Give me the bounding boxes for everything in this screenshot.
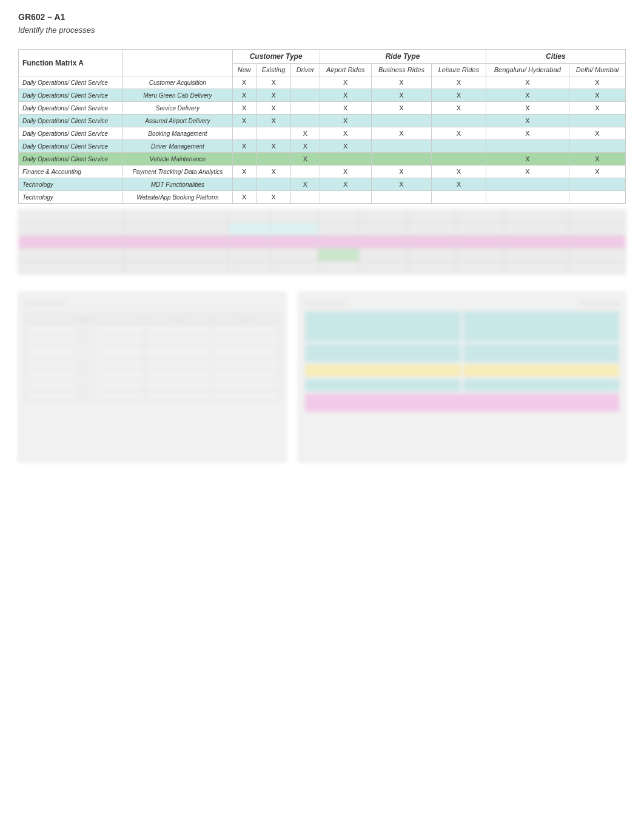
row-category: Daily Operations/ Client Service <box>19 140 123 153</box>
row-function: Driver Management <box>123 140 233 153</box>
cell-airport_rides: X <box>320 127 371 140</box>
cell-leisure_rides <box>432 140 486 153</box>
cell-airport_rides <box>320 191 371 204</box>
cell-bengaluru_hyderabad <box>486 140 569 153</box>
cell-business_rides: X <box>371 76 431 89</box>
cell-business_rides: X <box>371 178 431 191</box>
cell-leisure_rides: X <box>432 166 486 178</box>
cell-delhi_mumbai: X <box>569 102 625 115</box>
col-airport-rides: Airport Rides <box>320 64 371 76</box>
cell-driver <box>291 89 320 102</box>
col-leisure-rides: Leisure Rides <box>432 64 486 76</box>
cell-leisure_rides: X <box>432 127 486 140</box>
cell-bengaluru_hyderabad <box>486 178 569 191</box>
cell-existing <box>256 178 291 191</box>
page-title: GR602 – A1 <box>18 12 626 22</box>
bottom-right-content: xxxxxxxxxx xxxxxxxxxx <box>298 292 626 462</box>
cell-business_rides <box>371 115 431 127</box>
cell-existing: X <box>256 102 291 115</box>
cell-airport_rides: X <box>320 89 371 102</box>
cell-delhi_mumbai <box>569 140 625 153</box>
col-driver: Driver <box>291 64 320 76</box>
col-bengaluru-hyderabad: Bengaluru/ Hyderabad <box>486 64 569 76</box>
cell-existing: X <box>256 166 291 178</box>
cell-airport_rides: X <box>320 178 371 191</box>
cell-airport_rides: X <box>320 102 371 115</box>
col-existing: Existing <box>256 64 291 76</box>
col-business-rides: Business Rides <box>371 64 431 76</box>
row-category: Daily Operations/ Client Service <box>19 127 123 140</box>
cell-new: X <box>232 191 256 204</box>
cell-airport_rides: X <box>320 166 371 178</box>
ride-type-header: Ride Type <box>320 50 486 64</box>
cell-bengaluru_hyderabad: X <box>486 127 569 140</box>
cell-driver: X <box>291 178 320 191</box>
row-category: Daily Operations/ Client Service <box>19 89 123 102</box>
cell-existing: X <box>256 76 291 89</box>
cell-new: X <box>232 166 256 178</box>
row-category: Daily Operations/ Client Service <box>19 115 123 127</box>
cell-airport_rides: X <box>320 76 371 89</box>
col-delhi-mumbai: Delhi/ Mumbai <box>569 64 625 76</box>
cell-new <box>232 178 256 191</box>
row-category: Daily Operations/ Client Service <box>19 76 123 89</box>
cell-delhi_mumbai <box>569 178 625 191</box>
cell-bengaluru_hyderabad <box>486 191 569 204</box>
cell-delhi_mumbai: X <box>569 166 625 178</box>
cell-bengaluru_hyderabad: X <box>486 76 569 89</box>
blurred-lower-rows: xxxxxxxx xxxxxxxx XX XX xxxxxxxx xxxxxxx… <box>18 210 626 274</box>
page-subtitle: Identify the processes <box>18 25 626 35</box>
cell-leisure_rides: X <box>432 178 486 191</box>
row-category: Daily Operations/ Client Service <box>19 153 123 166</box>
cell-business_rides <box>371 153 431 166</box>
cell-driver <box>291 166 320 178</box>
cell-airport_rides <box>320 153 371 166</box>
row-function: Customer Acquisition <box>123 76 233 89</box>
cell-delhi_mumbai: X <box>569 76 625 89</box>
row-category: Finance & Accounting <box>19 166 123 178</box>
cell-new: X <box>232 102 256 115</box>
function-matrix-table: Function Matrix A Customer Type Ride Typ… <box>18 49 626 204</box>
cell-new: X <box>232 140 256 153</box>
bottom-left-content: xxxxxxxxxx xxxxxxxxx xxxxxxx xxxxxxx xxx… <box>18 292 286 462</box>
row-category: Technology <box>19 191 123 204</box>
row-function: Vehicle Maintenance <box>123 153 233 166</box>
cell-bengaluru_hyderabad: X <box>486 153 569 166</box>
cell-leisure_rides: X <box>432 89 486 102</box>
cell-existing <box>256 127 291 140</box>
cell-new <box>232 153 256 166</box>
cell-driver <box>291 115 320 127</box>
row-category: Daily Operations/ Client Service <box>19 102 123 115</box>
function-col-blank <box>123 50 233 76</box>
row-function: Payment Tracking/ Data Analytics <box>123 166 233 178</box>
cell-new: X <box>232 89 256 102</box>
cell-business_rides: X <box>371 127 431 140</box>
cell-existing: X <box>256 191 291 204</box>
cell-business_rides <box>371 191 431 204</box>
cell-driver <box>291 76 320 89</box>
cell-leisure_rides: X <box>432 102 486 115</box>
matrix-title: Function Matrix A <box>19 50 123 76</box>
matrix-a-section: Function Matrix A Customer Type Ride Typ… <box>18 49 626 274</box>
row-function: Service Delivery <box>123 102 233 115</box>
cell-delhi_mumbai: X <box>569 153 625 166</box>
col-new: New <box>232 64 256 76</box>
cell-leisure_rides <box>432 115 486 127</box>
cell-leisure_rides <box>432 191 486 204</box>
row-function: Website/App Booking Platform <box>123 191 233 204</box>
cell-existing: X <box>256 89 291 102</box>
cell-existing: X <box>256 115 291 127</box>
cell-new <box>232 127 256 140</box>
cell-driver: X <box>291 153 320 166</box>
cell-airport_rides: X <box>320 140 371 153</box>
customer-type-header: Customer Type <box>232 50 320 64</box>
row-function: Booking Management <box>123 127 233 140</box>
cell-bengaluru_hyderabad: X <box>486 115 569 127</box>
cell-delhi_mumbai <box>569 115 625 127</box>
cell-leisure_rides: X <box>432 76 486 89</box>
cell-delhi_mumbai: X <box>569 127 625 140</box>
row-function: Assured Airport Delivery <box>123 115 233 127</box>
cities-header: Cities <box>486 50 625 64</box>
row-function: MDT Functionalities <box>123 178 233 191</box>
cell-existing <box>256 153 291 166</box>
